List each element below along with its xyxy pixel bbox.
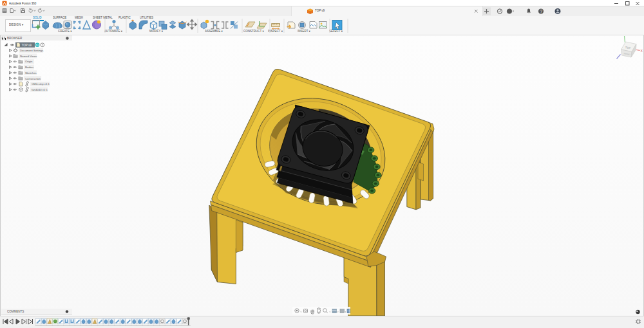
svg-text:fan4040 v1:1: fan4040 v1:1 (32, 88, 48, 91)
svg-text:Named Views: Named Views (20, 55, 37, 58)
svg-text:CM4-step v1:1: CM4-step v1:1 (32, 82, 50, 86)
svg-text:Sketches: Sketches (25, 71, 37, 75)
svg-text:X: X (641, 49, 643, 53)
svg-text:TOP v9: TOP v9 (22, 44, 32, 47)
svg-text:Bodies: Bodies (25, 66, 33, 69)
svg-text:Origin: Origin (25, 60, 33, 63)
svg-text:Document Settings: Document Settings (20, 49, 43, 52)
svg-text:Construction: Construction (25, 77, 41, 80)
